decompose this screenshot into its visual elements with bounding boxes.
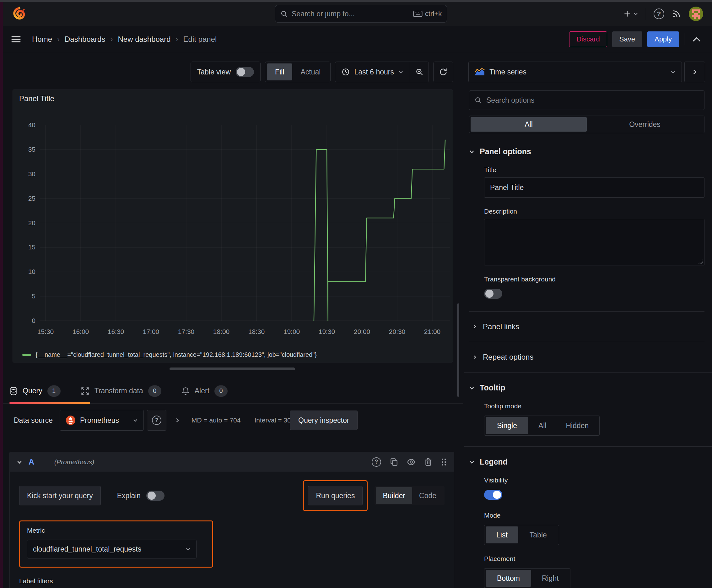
svg-text:15:30: 15:30 xyxy=(37,328,54,335)
title-label: Title xyxy=(484,166,705,174)
transform-count-badge: 0 xyxy=(148,385,161,397)
query-row-header[interactable]: A (Prometheus) ? xyxy=(10,452,454,472)
search-icon xyxy=(474,97,482,104)
repeat-options-section[interactable]: Repeat options xyxy=(469,353,705,361)
tab-all[interactable]: All xyxy=(471,117,587,132)
svg-text:20:00: 20:00 xyxy=(354,328,370,335)
query-editor-card: A (Prometheus) ? Kick start yo xyxy=(9,452,454,588)
add-menu-button[interactable] xyxy=(623,10,638,18)
datasource-select[interactable]: Prometheus xyxy=(60,410,144,430)
legend-mode-list[interactable]: List xyxy=(486,526,518,543)
toggle-vis-picker-button[interactable] xyxy=(684,62,705,82)
top-nav: ctrl+k ? xyxy=(0,2,712,26)
legend-series-marker[interactable] xyxy=(22,354,31,356)
metric-label: Metric xyxy=(27,527,45,534)
query-count-badge: 1 xyxy=(47,385,61,397)
tooltip-all-option[interactable]: All xyxy=(529,417,556,434)
builder-option[interactable]: Builder xyxy=(376,487,412,504)
run-queries-button[interactable]: Run queries xyxy=(308,486,363,505)
global-search-input[interactable] xyxy=(292,10,409,18)
panel-resize-handle[interactable] xyxy=(170,368,295,370)
remove-query-trash-icon[interactable] xyxy=(425,458,432,466)
zoom-out-time-button[interactable] xyxy=(410,62,429,82)
chevron-up-icon[interactable] xyxy=(693,37,701,42)
tooltip-hidden-option[interactable]: Hidden xyxy=(557,417,598,434)
duplicate-query-icon[interactable] xyxy=(390,458,398,466)
chevron-right-icon[interactable] xyxy=(175,417,180,423)
transparent-background-label: Transparent background xyxy=(484,275,705,283)
svg-text:18:00: 18:00 xyxy=(213,328,230,335)
timeseries-icon xyxy=(474,68,485,76)
chart-svg: 051015202530354015:3016:0016:3017:0017:3… xyxy=(15,106,451,351)
legend-mode-group: List Table xyxy=(484,525,559,545)
save-button[interactable]: Save xyxy=(612,31,642,47)
kick-start-query-button[interactable]: Kick start your query xyxy=(19,486,101,505)
query-inspector-button[interactable]: Query inspector xyxy=(290,411,358,430)
max-datapoints-stat: MD = auto = 704 xyxy=(192,417,240,424)
legend-visibility-toggle[interactable] xyxy=(484,490,502,500)
query-help-icon[interactable]: ? xyxy=(372,457,381,467)
visualization-select[interactable]: Time series xyxy=(468,62,682,82)
metric-select[interactable]: cloudflared_tunnel_total_requests xyxy=(27,540,196,559)
legend-placement-right[interactable]: Right xyxy=(532,570,569,587)
keyboard-shortcut: ctrl+k xyxy=(413,10,442,18)
menu-icon[interactable] xyxy=(11,36,21,43)
hide-response-eye-icon[interactable] xyxy=(407,458,416,466)
refresh-button[interactable] xyxy=(433,62,453,82)
grafana-logo[interactable] xyxy=(12,6,26,21)
svg-text:40: 40 xyxy=(28,121,36,128)
svg-text:17:30: 17:30 xyxy=(178,328,195,335)
svg-text:19:00: 19:00 xyxy=(283,328,300,335)
svg-text:35: 35 xyxy=(28,146,36,153)
table-view-toggle[interactable] xyxy=(236,67,254,77)
datasource-row: Data source Prometheus ? MD = auto = 704… xyxy=(13,410,454,430)
svg-text:17:00: 17:00 xyxy=(143,328,159,335)
breadcrumb-dashboards[interactable]: Dashboards xyxy=(65,35,105,44)
code-option[interactable]: Code xyxy=(412,487,443,504)
drag-handle-icon[interactable] xyxy=(441,458,447,466)
panel-title-input[interactable] xyxy=(484,177,705,197)
fill-option[interactable]: Fill xyxy=(267,63,292,80)
keyboard-icon xyxy=(413,10,423,17)
legend-placement-bottom[interactable]: Bottom xyxy=(486,570,531,587)
transparent-background-toggle[interactable] xyxy=(484,289,502,299)
search-options-input[interactable] xyxy=(486,96,699,105)
description-label: Description xyxy=(484,208,705,215)
explain-toggle[interactable] xyxy=(146,491,165,501)
legend-section-header[interactable]: Legend xyxy=(469,457,705,466)
time-range-button[interactable]: Last 6 hours xyxy=(335,68,410,76)
datasource-help-button[interactable]: ? xyxy=(147,410,166,430)
window-top-strip xyxy=(0,0,712,2)
breadcrumb-home[interactable]: Home xyxy=(32,35,52,44)
search-options-box[interactable] xyxy=(469,90,705,110)
tab-transform-data[interactable]: Transform data 0 xyxy=(81,378,161,403)
actual-option[interactable]: Actual xyxy=(292,63,329,80)
svg-text:0: 0 xyxy=(32,317,36,324)
help-icon[interactable]: ? xyxy=(654,8,664,19)
user-avatar[interactable] xyxy=(689,6,703,21)
legend-mode-table[interactable]: Table xyxy=(519,526,558,543)
fill-actual-group: Fill Actual xyxy=(265,62,330,82)
tooltip-single-option[interactable]: Single xyxy=(486,417,528,434)
breadcrumb-new-dashboard[interactable]: New dashboard xyxy=(118,35,170,44)
tooltip-section-header[interactable]: Tooltip xyxy=(469,383,705,392)
legend-series-label[interactable]: {__name__="cloudflared_tunnel_total_requ… xyxy=(36,351,317,358)
global-search[interactable]: ctrl+k xyxy=(275,5,447,23)
tab-alert[interactable]: Alert 0 xyxy=(181,378,228,403)
legend-placement-group: Bottom Right xyxy=(484,568,570,588)
tab-query[interactable]: Query 1 xyxy=(9,378,61,403)
clock-icon xyxy=(342,68,350,76)
news-icon[interactable] xyxy=(672,9,681,19)
svg-text:25: 25 xyxy=(28,195,36,202)
apply-button[interactable]: Apply xyxy=(647,31,679,47)
panel-options-header[interactable]: Panel options xyxy=(469,147,705,156)
svg-text:30: 30 xyxy=(28,170,36,177)
chevron-down-icon[interactable] xyxy=(17,459,22,465)
panel-links-section[interactable]: Panel links xyxy=(469,322,705,331)
description-textarea[interactable] xyxy=(484,219,705,266)
tab-overrides[interactable]: Overrides xyxy=(587,117,703,132)
discard-button[interactable]: Discard xyxy=(569,31,607,47)
svg-text:16:30: 16:30 xyxy=(108,328,124,335)
explain-label: Explain xyxy=(117,491,141,500)
metric-annotation: Metric cloudflared_tunnel_total_requests xyxy=(19,521,213,568)
